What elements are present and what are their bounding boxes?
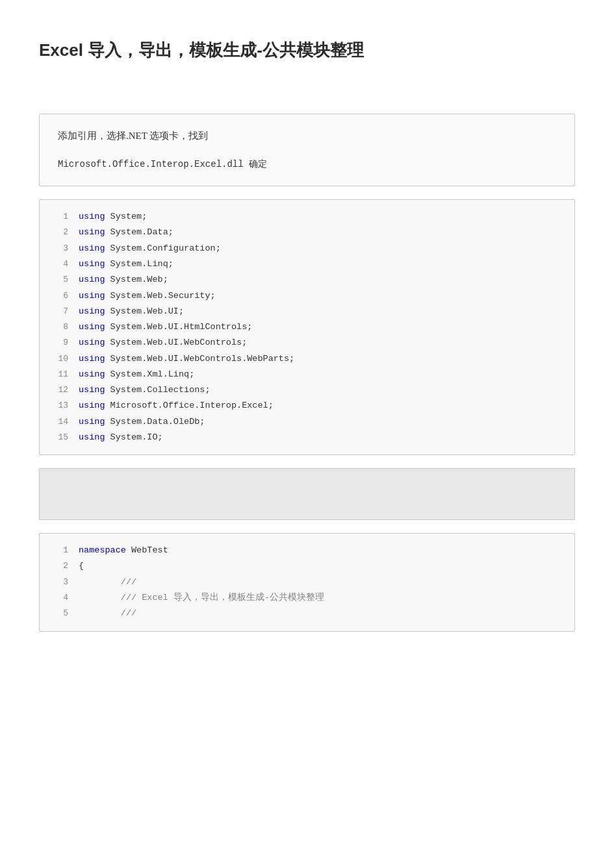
line-content: using System.Linq; — [79, 257, 173, 271]
code-line: 2using System.Data; — [40, 225, 574, 240]
line-number: 8 — [50, 320, 68, 334]
code-block-1: 1using System;2using System.Data;3using … — [39, 199, 575, 455]
page-title: Excel 导入，导出，模板生成-公共模块整理 — [39, 39, 575, 62]
line-number: 4 — [50, 257, 68, 271]
line-number: 15 — [50, 430, 68, 444]
keyword: using — [79, 369, 105, 379]
code-line: 4 /// Excel 导入，导出，模板生成-公共模块整理 — [40, 590, 574, 606]
code-line: 8using System.Web.UI.HtmlControls; — [40, 319, 574, 335]
line-content: using System.Web.UI.HtmlControls; — [79, 320, 252, 334]
code-line: 5using System.Web; — [40, 272, 574, 288]
line-number: 13 — [50, 399, 68, 412]
gray-placeholder — [39, 468, 575, 520]
line-number: 5 — [50, 273, 68, 286]
line-number: 12 — [50, 383, 68, 397]
line-content: { — [79, 559, 84, 573]
code-line: 5 /// — [40, 606, 574, 621]
code-line: 2{ — [40, 558, 574, 574]
code-line: 10using System.Web.UI.WebControls.WebPar… — [40, 351, 574, 367]
keyword: using — [79, 306, 105, 316]
code-line: 9using System.Web.UI.WebControls; — [40, 335, 574, 351]
line-number: 3 — [50, 575, 68, 589]
line-content: using System; — [79, 210, 147, 224]
line-content: /// Excel 导入，导出，模板生成-公共模块整理 — [79, 591, 324, 605]
keyword: using — [79, 259, 105, 269]
line-number: 1 — [50, 543, 68, 557]
keyword: using — [79, 291, 105, 301]
line-content: using System.Data; — [79, 225, 173, 240]
code-line: 1using System; — [40, 209, 574, 225]
line-content: using System.Web.UI.WebControls.WebParts… — [79, 352, 294, 366]
keyword: using — [79, 354, 105, 364]
line-content: using System.Xml.Linq; — [79, 367, 194, 382]
keyword: using — [79, 212, 105, 221]
line-content: using Microsoft.Office.Interop.Excel; — [79, 399, 274, 413]
keyword: using — [79, 338, 105, 347]
line-content: using System.Collections; — [79, 383, 211, 397]
code-line: 12using System.Collections; — [40, 382, 574, 398]
line-number: 6 — [50, 289, 68, 303]
line-content: /// — [79, 606, 136, 621]
code-line: 1namespace WebTest — [40, 543, 574, 558]
comment: /// Excel 导入，导出，模板生成-公共模块整理 — [79, 593, 324, 602]
keyword: using — [79, 275, 105, 284]
keyword: using — [79, 417, 105, 427]
code-line: 4using System.Linq; — [40, 256, 574, 272]
line-content: using System.IO; — [79, 430, 163, 445]
line-content: using System.Web.UI; — [79, 304, 184, 319]
keyword: using — [79, 385, 105, 395]
info-line2: Microsoft.Office.Interop.Excel.dll 确定 — [58, 156, 556, 173]
code-line: 11using System.Xml.Linq; — [40, 367, 574, 382]
line-content: using System.Configuration; — [79, 242, 221, 256]
line-number: 2 — [50, 559, 68, 573]
line-number: 10 — [50, 352, 68, 366]
line-number: 2 — [50, 225, 68, 239]
line-number: 7 — [50, 304, 68, 318]
keyword: namespace — [79, 545, 126, 555]
code-line: 7using System.Web.UI; — [40, 304, 574, 319]
info-line1: 添加引用，选择.NET 选项卡，找到 — [58, 127, 556, 145]
code-line: 14using System.Data.OleDb; — [40, 414, 574, 430]
line-number: 1 — [50, 210, 68, 223]
keyword: using — [79, 322, 105, 332]
line-number: 9 — [50, 336, 68, 349]
code-line: 3using System.Configuration; — [40, 241, 574, 256]
code-line: 6using System.Web.Security; — [40, 288, 574, 304]
line-number: 14 — [50, 415, 68, 428]
line-content: /// — [79, 575, 136, 589]
comment: /// — [79, 577, 136, 587]
comment: /// — [79, 608, 136, 618]
keyword: using — [79, 432, 105, 442]
line-number: 3 — [50, 242, 68, 255]
line-number: 5 — [50, 606, 68, 620]
line-content: using System.Web.UI.WebControls; — [79, 336, 247, 350]
line-content: using System.Data.OleDb; — [79, 415, 205, 429]
code-line: 3 /// — [40, 575, 574, 590]
info-box: 添加引用，选择.NET 选项卡，找到 Microsoft.Office.Inte… — [39, 114, 575, 186]
line-content: using System.Web.Security; — [79, 289, 216, 303]
keyword: using — [79, 401, 105, 410]
code-line: 13using Microsoft.Office.Interop.Excel; — [40, 398, 574, 414]
line-content: namespace WebTest — [79, 543, 168, 558]
keyword: using — [79, 227, 105, 237]
line-content: using System.Web; — [79, 273, 168, 287]
code-line: 15using System.IO; — [40, 430, 574, 445]
code-block-2: 1namespace WebTest2{3 ///4 /// Excel 导入，… — [39, 533, 575, 631]
line-number: 4 — [50, 591, 68, 604]
keyword: using — [79, 243, 105, 253]
line-number: 11 — [50, 367, 68, 381]
